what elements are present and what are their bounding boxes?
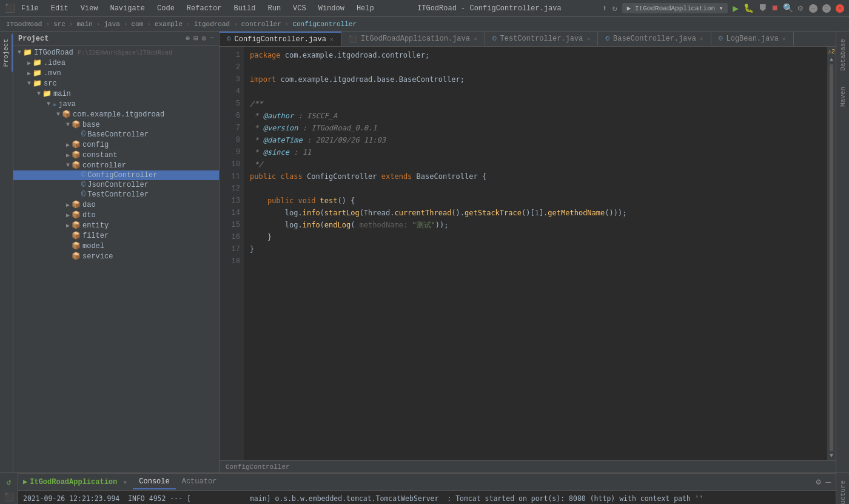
minimize-button[interactable]: —: [809, 4, 817, 13]
window-controls: — □ ✕: [809, 4, 844, 13]
tree-entity[interactable]: ▶ 📦 entity: [13, 220, 219, 230]
arrow-icon: ▶: [25, 70, 33, 77]
tree-testcontroller[interactable]: © TestController: [13, 190, 219, 200]
maximize-button[interactable]: □: [822, 4, 831, 13]
tree-basecontroller[interactable]: © BaseController: [13, 130, 219, 139]
close-button[interactable]: ✕: [836, 4, 844, 13]
project-panel-toggle[interactable]: Project: [1, 34, 13, 72]
scroll-down[interactable]: ▼: [830, 452, 833, 459]
menu-run[interactable]: Run: [265, 3, 283, 14]
maven-panel-toggle[interactable]: Maven: [837, 82, 848, 112]
menu-edit[interactable]: Edit: [49, 3, 71, 14]
stop-btn[interactable]: ⬛: [2, 491, 16, 504]
tree-idea[interactable]: ▶ 📁 .idea: [13, 58, 219, 68]
project-close-btn[interactable]: —: [210, 34, 214, 43]
restart-btn[interactable]: ↺: [2, 475, 16, 489]
menu-refactor[interactable]: Refactor: [184, 3, 224, 14]
menu-window[interactable]: Window: [316, 3, 347, 14]
tab-close-logbean[interactable]: ✕: [782, 35, 786, 42]
menu-file[interactable]: File: [19, 3, 41, 14]
tab-testcontroller[interactable]: © TestController.java ✕: [485, 32, 598, 45]
tree-configcontroller[interactable]: © ConfigController: [13, 170, 219, 180]
tab-logbean[interactable]: © LogBean.java ✕: [711, 32, 794, 45]
tree-jsoncontroller[interactable]: © JsonController: [13, 180, 219, 190]
actuator-tab[interactable]: Actuator: [176, 475, 223, 489]
menu-navigate[interactable]: Navigate: [107, 3, 147, 14]
tab-configcontroller[interactable]: © ConfigController.java ✕: [220, 32, 341, 46]
project-settings-btn[interactable]: ⚙: [202, 34, 206, 43]
console-tab[interactable]: Console: [133, 475, 175, 489]
console-settings-btn[interactable]: ⚙: [816, 477, 820, 487]
editor-scrollbar[interactable]: ⚠2 ▲ ▼: [827, 47, 836, 460]
project-collapse-all-btn[interactable]: ⊟: [193, 34, 198, 43]
tree-dto[interactable]: ▶ 📦 dto: [13, 210, 219, 220]
run-config-dropdown[interactable]: ▶ ItGodRoadApplication ▾: [622, 3, 728, 13]
toolbar-debug-btn[interactable]: 🐛: [743, 3, 754, 13]
console-minimize-btn[interactable]: —: [826, 477, 831, 487]
toolbar-update-icon[interactable]: ↻: [612, 3, 617, 13]
breadcrumb-java[interactable]: java: [104, 21, 119, 28]
tab-close-itgodroad[interactable]: ✕: [474, 35, 477, 42]
code-line-18: [250, 255, 827, 267]
breadcrumb-itgodroad[interactable]: itgodroad: [194, 21, 230, 28]
tab-close-configcontroller[interactable]: ✕: [330, 36, 334, 43]
menu-code[interactable]: Code: [155, 3, 177, 14]
tab-close-basecontroller[interactable]: ✕: [700, 35, 703, 42]
tab-itgodroad-label: ItGodRoadApplication.java: [361, 35, 470, 43]
tree-src[interactable]: ▼ 📁 src: [13, 78, 219, 89]
tab-itgodroad-app[interactable]: ⬛ ItGodRoadApplication.java ✕: [341, 32, 485, 45]
project-panel-title: Project: [18, 35, 49, 43]
code-content[interactable]: package com.example.itgodroad.controller…: [244, 47, 827, 460]
menu-view[interactable]: View: [78, 3, 101, 14]
tree-controller-folder[interactable]: ▼ 📦 controller: [13, 160, 219, 170]
tree-mvn[interactable]: ▶ 📁 .mvn: [13, 68, 219, 78]
tree-model[interactable]: 📦 model: [13, 241, 219, 251]
tree-base[interactable]: ▼ 📦 base: [13, 119, 219, 130]
breadcrumb-src[interactable]: src: [53, 21, 65, 28]
database-panel-toggle[interactable]: Database: [837, 34, 848, 76]
menu-vcs[interactable]: VCS: [290, 3, 309, 14]
line-numbers: 1 2 3 4 5 6 7 8 9 10 11 12 13 14 15 16 1…: [220, 47, 244, 460]
tab-basecontroller[interactable]: © BaseController.java ✕: [598, 32, 711, 45]
breadcrumb-main[interactable]: main: [76, 21, 92, 28]
scroll-up[interactable]: ▲: [830, 56, 833, 63]
code-line-2: [250, 61, 827, 73]
tree-com-package[interactable]: ▼ 📦 com.example.itgodroad: [13, 109, 219, 119]
tree-java[interactable]: ▼ ☕ java: [13, 99, 219, 109]
breadcrumb-com[interactable]: com: [131, 21, 143, 28]
toolbar-run-btn[interactable]: ▶: [733, 2, 739, 15]
code-line-17: }: [250, 243, 827, 255]
toolbar-search-btn[interactable]: 🔍: [783, 3, 793, 13]
breadcrumb-controller[interactable]: controller: [241, 21, 281, 28]
toolbar-settings-btn[interactable]: ⚙: [798, 3, 803, 13]
menu-bar[interactable]: File Edit View Navigate Code Refactor Bu…: [19, 3, 377, 14]
code-line-16: }: [250, 231, 827, 243]
tree-filter[interactable]: 📦 filter: [13, 230, 219, 241]
menu-build[interactable]: Build: [231, 3, 258, 14]
breadcrumb-example[interactable]: example: [155, 21, 183, 28]
tree-jsoncontroller-label: JsonController: [87, 181, 149, 189]
tab-close-testcontroller[interactable]: ✕: [586, 35, 590, 42]
breadcrumb-root[interactable]: ITGodRoad: [6, 21, 42, 28]
code-line-10: */: [250, 158, 827, 170]
project-collapse-btn[interactable]: ⊕: [186, 34, 190, 43]
toolbar-stop-btn[interactable]: ■: [772, 3, 778, 14]
tree-root[interactable]: ▼ 📁 ITGodRoad F:\IDEAWorkSpace\ITGodRoad: [13, 47, 219, 58]
line-num-11: 11: [220, 170, 240, 183]
line-num-13: 13: [220, 195, 240, 207]
toolbar-coverage-btn[interactable]: ⛊: [759, 4, 767, 13]
structure-panel-toggle[interactable]: Structure: [837, 475, 848, 504]
tree-constant[interactable]: ▶ 📦 constant: [13, 150, 219, 160]
tree-config-folder[interactable]: ▶ 📦 config: [13, 139, 219, 150]
tree-idea-label: .idea: [44, 59, 65, 67]
toolbar-vcs-icon[interactable]: ⬆: [602, 3, 607, 13]
tree-service[interactable]: 📦 service: [13, 251, 219, 261]
tree-dao[interactable]: ▶ 📦 dao: [13, 200, 219, 210]
tree-main[interactable]: ▼ 📁 main: [13, 89, 219, 99]
code-editor[interactable]: 1 2 3 4 5 6 7 8 9 10 11 12 13 14 15 16 1…: [220, 47, 836, 460]
java-file-icon: ©: [81, 181, 86, 189]
scrollbar-track[interactable]: [830, 64, 833, 451]
menu-help[interactable]: Help: [354, 3, 377, 14]
run-close-btn[interactable]: ✕: [123, 479, 127, 486]
line-num-17: 17: [220, 243, 240, 255]
